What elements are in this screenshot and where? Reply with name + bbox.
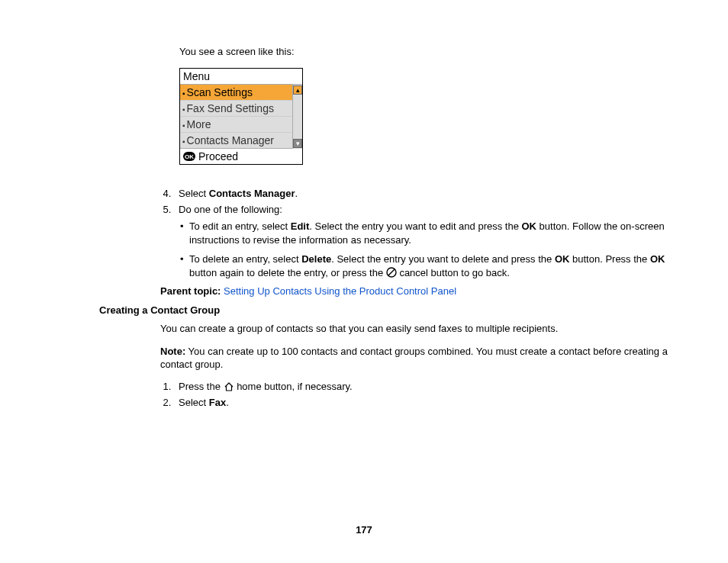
bold-text: OK: [650, 253, 665, 265]
text: . Select the entry you want to delete an…: [331, 253, 555, 265]
parent-topic-label: Parent topic:: [160, 285, 221, 297]
bold-text: Edit: [291, 220, 310, 232]
lcd-menu-body: ▪Scan Settings ▪Fax Send Settings ▪More …: [180, 85, 302, 149]
cancel-icon: [386, 267, 397, 278]
lcd-item-selected: ▪Scan Settings: [180, 85, 292, 101]
note-body: You can create up to 100 contacts and co…: [160, 346, 668, 371]
bold-text: OK: [522, 220, 537, 232]
parent-topic-link[interactable]: Setting Up Contacts Using the Product Co…: [224, 285, 456, 297]
lcd-item-label: Contacts Manager: [187, 134, 274, 146]
step-b1: Press the home button, if necessary.: [174, 381, 675, 392]
text: .: [295, 188, 298, 199]
bold-text: Contacts Manager: [209, 188, 295, 199]
lcd-footer-text: Proceed: [198, 150, 238, 162]
lcd-menu-items: ▪Scan Settings ▪Fax Send Settings ▪More …: [180, 85, 292, 149]
lcd-item-label: More: [187, 118, 211, 130]
lcd-menu-figure: Menu ▪Scan Settings ▪Fax Send Settings ▪…: [179, 68, 675, 165]
lcd-item: ▪Fax Send Settings: [180, 101, 292, 117]
bullet-edit: To edit an entry, select Edit. Select th…: [179, 220, 675, 246]
lcd-item-label: Fax Send Settings: [187, 102, 274, 114]
text: Press the: [179, 381, 224, 392]
section-paragraph: You can create a group of contacts so th…: [160, 322, 675, 336]
home-icon: [224, 382, 234, 391]
intro-text: You see a screen like this:: [179, 46, 675, 57]
lcd-footer: OK Proceed: [180, 149, 302, 164]
step-b2: Select Fax.: [174, 397, 675, 408]
step-4: Select Contacts Manager.: [174, 188, 675, 199]
svg-line-1: [388, 269, 395, 275]
note-label: Note:: [160, 346, 185, 357]
bullet-delete: To delete an entry, select Delete. Selec…: [179, 253, 675, 279]
lcd-item-label: Scan Settings: [187, 86, 253, 98]
text: button again to delete the entry, or pre…: [189, 267, 386, 278]
scroll-down-icon: ▾: [293, 139, 302, 148]
section-heading: Creating a Contact Group: [99, 304, 675, 316]
lcd-item: ▪Contacts Manager: [180, 133, 292, 149]
note-paragraph: Note: You can create up to 100 contacts …: [160, 345, 675, 372]
text: To edit an entry, select: [189, 220, 291, 232]
steps-list-a: Select Contacts Manager. Do one of the f…: [160, 188, 675, 279]
page-number: 177: [0, 524, 728, 536]
sub-bullets: To edit an entry, select Edit. Select th…: [179, 220, 675, 279]
scroll-up-icon: ▴: [293, 85, 302, 95]
steps-list-b: Press the home button, if necessary. Sel…: [160, 381, 675, 408]
text: .: [226, 397, 229, 408]
ok-button-icon: OK: [183, 152, 195, 161]
text: Select: [179, 188, 209, 199]
lcd-menu-title: Menu: [180, 69, 302, 85]
bold-text: OK: [555, 253, 570, 265]
bold-text: Fax: [209, 397, 226, 408]
text: cancel button to go back.: [397, 267, 510, 278]
text: Do one of the following:: [179, 204, 282, 215]
lcd-menu: Menu ▪Scan Settings ▪Fax Send Settings ▪…: [179, 68, 303, 165]
parent-topic: Parent topic: Setting Up Contacts Using …: [160, 285, 675, 297]
text: . Select the entry you want to edit and …: [309, 220, 521, 232]
document-page: You see a screen like this: Menu ▪Scan S…: [0, 0, 728, 563]
lcd-item: ▪More: [180, 117, 292, 133]
text: button. Press the: [569, 253, 650, 265]
bold-text: Delete: [301, 253, 331, 265]
text: To delete an entry, select: [189, 253, 301, 265]
text: home button, if necessary.: [234, 381, 353, 392]
text: Select: [179, 397, 209, 408]
step-5: Do one of the following: To edit an entr…: [174, 204, 675, 279]
lcd-scrollbar: ▴ ▾: [292, 85, 302, 149]
